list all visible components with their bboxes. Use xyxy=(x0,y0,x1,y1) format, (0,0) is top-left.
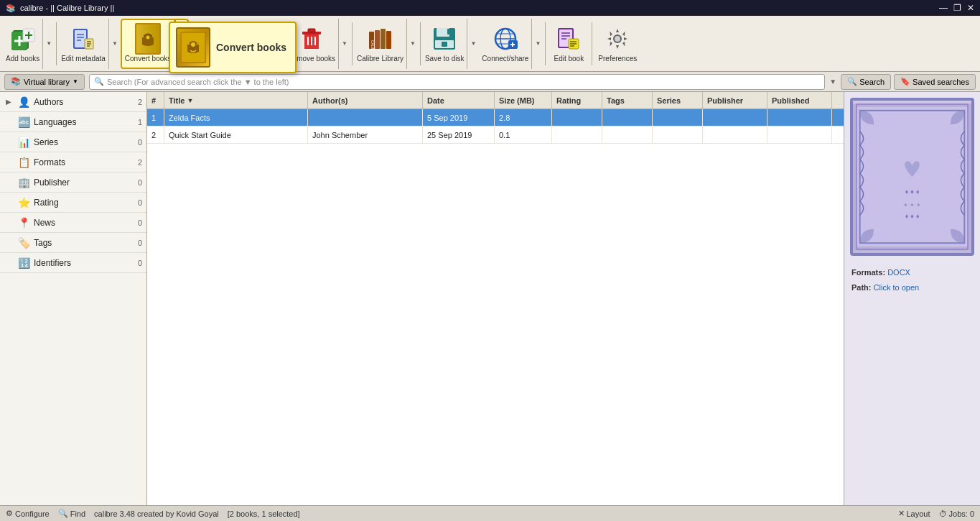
main-area: ▶ 👤 Authors 2 🔤 Languages 1 📊 Series 0 📋… xyxy=(0,92,980,505)
col-header-published[interactable]: Published xyxy=(767,92,832,109)
calibre-library-button[interactable]: CALIB Calibre Library ▼ xyxy=(354,19,419,69)
window-title: calibre - || Calibre Library || xyxy=(20,4,114,12)
saved-searches-button[interactable]: 🔖 Saved searches xyxy=(894,74,976,90)
find-icon: 🔍 xyxy=(58,509,68,518)
sidebar-item-rating[interactable]: ⭐ Rating 0 xyxy=(0,193,146,213)
edit-metadata-main[interactable]: Edit metadata xyxy=(58,19,108,69)
jobs-button[interactable]: ⏱ Jobs: 0 xyxy=(939,510,974,518)
connect-share-dropdown[interactable]: ▼ xyxy=(531,19,543,69)
path-value[interactable]: Click to open xyxy=(874,283,920,292)
right-panel: ♦ ♦ ♦ ✦ ✦ ✦ ♦ ♦ ♦ Formats: DOCX Path: Cl… xyxy=(844,92,980,505)
col-header-size[interactable]: Size (MB) xyxy=(495,92,552,109)
sidebar-item-publisher[interactable]: 🏢 Publisher 0 xyxy=(0,172,146,193)
publisher-label: Publisher xyxy=(34,177,131,188)
save-to-disk-dropdown[interactable]: ▼ xyxy=(467,19,479,69)
sidebar-item-news[interactable]: 📍 News 0 xyxy=(0,213,146,233)
saved-searches-icon: 🔖 xyxy=(900,77,910,86)
edit-book-button[interactable]: Edit book xyxy=(547,19,590,69)
search-placeholder: Search (For advanced search click the ▼ … xyxy=(107,78,289,86)
sidebar-item-series[interactable]: 📊 Series 0 xyxy=(0,132,146,152)
expand-authors-icon: ▶ xyxy=(6,98,14,106)
search-btn-label: Search xyxy=(859,78,885,86)
col-rating-label: Rating xyxy=(556,96,581,105)
virtual-library-label: Virtual library xyxy=(24,78,70,86)
find-label: Find xyxy=(70,510,85,518)
edit-metadata-dropdown[interactable]: ▼ xyxy=(108,19,121,69)
col-header-date[interactable]: Date xyxy=(423,92,495,109)
convert-tooltip-icon xyxy=(176,27,210,68)
jobs-icon: ⏱ xyxy=(939,510,947,518)
publisher-count: 0 xyxy=(131,178,142,187)
sidebar-item-tags[interactable]: 🏷️ Tags 0 xyxy=(0,233,146,253)
connect-share-main[interactable]: Connect/share xyxy=(479,19,531,69)
col-header-author[interactable]: Author(s) xyxy=(308,92,423,109)
virtual-library-button[interactable]: 📚 Virtual library ▼ xyxy=(4,74,85,90)
cell-num-2: 2 xyxy=(147,126,164,143)
connect-share-icon xyxy=(491,24,520,53)
add-books-main[interactable]: Add books xyxy=(3,19,42,69)
cell-size-1: 2.8 xyxy=(495,109,552,126)
cell-author-2: John Schember xyxy=(308,126,423,143)
edit-metadata-button[interactable]: Edit metadata ▼ xyxy=(58,19,121,69)
languages-count: 1 xyxy=(131,118,142,126)
app-icon: 📚 xyxy=(6,4,16,13)
cell-author-1 xyxy=(308,109,423,126)
col-date-label: Date xyxy=(427,96,444,105)
configure-button[interactable]: ⚙ Configure xyxy=(6,509,50,518)
sidebar-item-languages[interactable]: 🔤 Languages 1 xyxy=(0,112,146,132)
col-header-tags[interactable]: Tags xyxy=(602,92,653,109)
layout-button[interactable]: ✕ Layout xyxy=(898,509,930,518)
cell-rating-1 xyxy=(552,109,602,126)
search-button[interactable]: 🔍 Search xyxy=(841,74,891,90)
table-row[interactable]: 1 Zelda Facts 5 Sep 2019 2.8 xyxy=(147,109,844,126)
left-panel: ▶ 👤 Authors 2 🔤 Languages 1 📊 Series 0 📋… xyxy=(0,92,147,505)
title-bar-controls[interactable]: — ❐ ✕ xyxy=(939,3,974,13)
col-header-num[interactable]: # xyxy=(147,92,164,109)
remove-books-icon xyxy=(297,24,326,53)
formats-label: Formats: xyxy=(851,268,885,277)
preferences-icon xyxy=(603,24,632,53)
add-books-dropdown[interactable]: ▼ xyxy=(42,19,55,69)
remove-books-dropdown[interactable]: ▼ xyxy=(338,19,350,69)
search-dropdown-icon[interactable]: ▼ xyxy=(829,78,836,86)
find-button[interactable]: 🔍 Find xyxy=(58,509,85,518)
maximize-button[interactable]: ❐ xyxy=(953,3,961,13)
cell-publisher-1 xyxy=(703,109,767,126)
identifiers-count: 0 xyxy=(131,259,142,267)
convert-books-main[interactable]: Convert books xyxy=(121,19,175,69)
preferences-button[interactable]: Preferences xyxy=(594,19,641,69)
remove-books-arrow-icon: ▼ xyxy=(342,40,347,47)
edit-book-label: Edit book xyxy=(554,55,584,63)
calibre-library-dropdown[interactable]: ▼ xyxy=(406,19,419,69)
close-button[interactable]: ✕ xyxy=(967,3,974,13)
minimize-button[interactable]: — xyxy=(939,3,948,13)
cell-tags-1 xyxy=(602,109,653,126)
cell-date-2: 25 Sep 2019 xyxy=(423,126,495,143)
calibre-library-main[interactable]: CALIB Calibre Library xyxy=(354,19,406,69)
status-bar: ⚙ Configure 🔍 Find calibre 3.48 created … xyxy=(0,505,980,521)
search-box[interactable]: 🔍 Search (For advanced search click the … xyxy=(89,74,825,90)
col-header-title[interactable]: Title ▼ xyxy=(164,92,308,109)
save-to-disk-button[interactable]: Save to disk ▼ xyxy=(422,19,479,69)
svg-point-19 xyxy=(146,35,150,40)
table-row[interactable]: 2 Quick Start Guide John Schember 25 Sep… xyxy=(147,126,844,144)
save-to-disk-main[interactable]: Save to disk xyxy=(422,19,467,69)
edit-book-icon xyxy=(554,24,583,53)
virtual-library-arrow-icon: ▼ xyxy=(73,78,78,85)
book-cover: ♦ ♦ ♦ ✦ ✦ ✦ ♦ ♦ ♦ xyxy=(850,98,974,256)
sidebar-item-identifiers[interactable]: 🔢 Identifiers 0 xyxy=(0,253,146,273)
authors-icon: 👤 xyxy=(17,96,30,109)
col-header-publisher[interactable]: Publisher xyxy=(703,92,767,109)
sidebar-item-formats[interactable]: 📋 Formats 2 xyxy=(0,152,146,172)
sidebar-item-authors[interactable]: ▶ 👤 Authors 2 xyxy=(0,92,146,112)
configure-label: Configure xyxy=(15,510,50,518)
col-header-series[interactable]: Series xyxy=(653,92,703,109)
svg-text:♦ ♦ ♦: ♦ ♦ ♦ xyxy=(905,212,919,220)
connect-share-button[interactable]: Connect/share ▼ xyxy=(479,19,543,69)
formats-value[interactable]: DOCX xyxy=(887,268,910,277)
edit-metadata-arrow-icon: ▼ xyxy=(112,40,118,47)
add-books-button[interactable]: Add books ▼ xyxy=(3,19,55,69)
col-header-rating[interactable]: Rating xyxy=(552,92,602,109)
col-published-label: Published xyxy=(772,96,810,105)
cell-title-1: Zelda Facts xyxy=(164,109,308,126)
